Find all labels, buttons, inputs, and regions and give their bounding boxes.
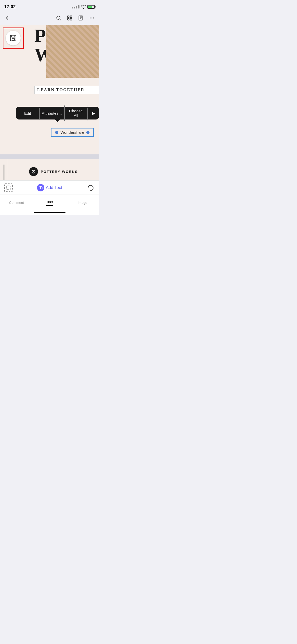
photo-pattern [46,25,99,78]
page-divider [0,154,99,159]
save-button[interactable] [6,31,21,45]
wondershare-textbox[interactable]: Wondershare [51,128,94,137]
tab-comment[interactable]: Comment [0,199,33,205]
wifi-icon [81,5,86,9]
svg-point-13 [33,171,34,172]
more-button[interactable] [89,15,95,21]
svg-text:T: T [39,186,42,190]
tab-active-indicator [46,205,53,206]
notes-button[interactable] [78,15,84,21]
choose-all-menu-item[interactable]: Choose All [64,105,87,121]
tab-image-label: Image [78,201,87,205]
home-indicator [0,210,99,215]
handle-dot-right [86,131,89,134]
more-menu-item[interactable]: ▶ [87,108,99,119]
add-text-label: Add Text [46,185,62,190]
tab-bar: Comment Text Image [0,195,99,210]
pottery-logo-area: POTTERY WORKS [8,159,99,180]
edit-menu-item[interactable]: Edit [16,108,39,119]
undo-button[interactable] [86,183,95,192]
svg-rect-3 [68,19,69,20]
canvas-photo-top-right [46,25,99,78]
pottery-brand-text: POTTERY WORKS [41,170,78,174]
selection-icon [4,183,13,192]
add-text-button[interactable]: T Add Text [37,184,62,191]
svg-rect-2 [70,16,72,17]
svg-rect-1 [68,16,69,17]
status-time: 17:02 [4,4,16,10]
signal-icon [72,5,79,8]
svg-point-0 [57,16,60,20]
home-bar [34,212,65,213]
svg-rect-9 [11,35,16,41]
pottery-icon [29,167,38,176]
svg-point-6 [90,17,91,19]
attributes-menu-item[interactable]: Attributes... [39,108,64,119]
svg-rect-10 [12,38,14,40]
status-icons [72,5,95,9]
svg-point-8 [93,17,94,19]
svg-point-7 [91,17,92,19]
svg-rect-14 [7,186,10,190]
bottom-toolbar: T Add Text Comment Text Image [0,180,99,215]
tab-text[interactable]: Text [33,198,66,206]
wondershare-text: Wondershare [60,130,84,135]
status-bar: 17:02 [0,0,99,12]
svg-rect-4 [70,19,72,20]
canvas-learn-text: LEARN TOGETHER [34,86,99,94]
handle-dot-left [55,131,58,134]
add-text-icon: T [37,184,44,191]
tab-text-label: Text [46,200,53,204]
context-menu: Edit Attributes... Choose All ▶ [16,107,99,119]
back-button[interactable] [4,15,10,21]
battery-icon [87,5,95,9]
nav-bar [0,12,99,25]
search-button[interactable] [56,15,62,21]
add-text-bar: T Add Text [0,180,99,195]
grid-button[interactable] [67,15,73,21]
save-button-highlight [3,27,24,49]
tab-comment-label: Comment [9,201,24,205]
canvas-area: Pottery Workshop LEARN TOGETHER Edit Att… [0,25,99,154]
tab-image[interactable]: Image [66,199,99,205]
